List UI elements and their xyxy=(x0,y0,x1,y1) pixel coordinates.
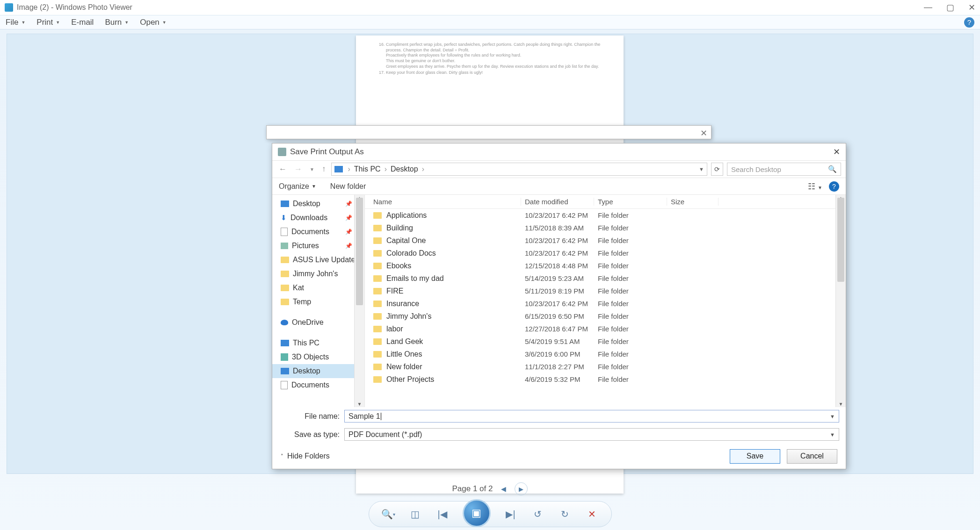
file-row[interactable]: Capital One10/23/2017 6:42 PMFile folder xyxy=(365,234,846,247)
tree-item[interactable]: Temp xyxy=(272,295,364,309)
folder-icon xyxy=(373,288,382,294)
scroll-thumb[interactable] xyxy=(837,198,844,282)
file-row[interactable]: Emails to my dad5/14/2019 5:23 AMFile fo… xyxy=(365,272,846,285)
file-row[interactable]: Other Projects4/6/2019 5:32 PMFile folde… xyxy=(365,373,846,386)
breadcrumb-this-pc[interactable]: This PC xyxy=(354,165,381,173)
rotate-right-button[interactable]: ↻ xyxy=(558,507,572,521)
dialog-titlebar: Save Print Output As ✕ xyxy=(272,143,846,160)
slideshow-button[interactable]: ▣ xyxy=(463,499,491,527)
menu-burn[interactable]: Burn▼ xyxy=(105,18,129,27)
breadcrumb[interactable]: › This PC › Desktop › ▼ xyxy=(331,163,707,176)
file-scrollbar[interactable]: ▲ ▼ xyxy=(835,195,846,407)
tree-item[interactable]: Jimmy John's xyxy=(272,267,364,281)
folder-icon xyxy=(373,351,382,358)
help-icon[interactable]: ? xyxy=(964,17,974,28)
file-row[interactable]: Building11/5/2018 8:39 AMFile folder xyxy=(365,222,846,234)
prev-page-button[interactable]: ◀ xyxy=(501,485,506,493)
chevron-down-icon[interactable]: ▼ xyxy=(830,432,835,437)
help-icon[interactable]: ? xyxy=(829,181,839,192)
app-icon xyxy=(5,3,13,12)
next-image-button[interactable]: ▶| xyxy=(504,507,518,521)
file-row[interactable]: New folder11/1/2018 2:27 PMFile folder xyxy=(365,360,846,373)
nav-back-button[interactable]: ← xyxy=(277,165,289,174)
file-row[interactable]: Colorado Docs10/23/2017 6:42 PMFile fold… xyxy=(365,247,846,259)
tree-item[interactable]: ⬇Downloads📌 xyxy=(272,211,364,225)
tree-item[interactable]: OneDrive xyxy=(272,315,364,329)
next-page-button[interactable]: ▶ xyxy=(515,482,528,495)
scroll-thumb[interactable] xyxy=(356,198,363,305)
dialog-title: Save Print Output As xyxy=(290,147,364,157)
nav-forward-button[interactable]: → xyxy=(292,165,304,174)
file-list: Name Date modified Type Size Application… xyxy=(365,195,846,407)
menu-print[interactable]: Print▼ xyxy=(36,18,60,27)
chevron-down-icon: ▼ xyxy=(56,20,60,25)
close-icon[interactable]: ✕ xyxy=(700,128,707,138)
window-title: Image (2) - Windows Photo Viewer xyxy=(17,3,132,12)
file-row[interactable]: Little Ones3/6/2019 6:00 PMFile folder xyxy=(365,348,846,360)
scroll-down-icon[interactable]: ▼ xyxy=(355,401,364,407)
tree-item[interactable]: This PC xyxy=(272,336,364,350)
menu-open[interactable]: Open▼ xyxy=(140,18,167,27)
organize-button[interactable]: Organize▼ xyxy=(279,182,316,191)
file-list-header[interactable]: Name Date modified Type Size xyxy=(365,195,846,209)
menu-email[interactable]: E-mail xyxy=(71,18,94,27)
file-row[interactable]: Applications10/23/2017 6:42 PMFile folde… xyxy=(365,209,846,222)
delete-button[interactable]: ✕ xyxy=(585,507,599,521)
folder-icon xyxy=(373,376,382,383)
window-titlebar: Image (2) - Windows Photo Viewer — ▢ ✕ xyxy=(0,0,980,15)
file-row[interactable]: FIRE5/11/2019 8:19 PMFile folder xyxy=(365,285,846,297)
view-options-button[interactable]: ☷ ▼ xyxy=(808,181,822,192)
search-placeholder: Search Desktop xyxy=(731,165,781,173)
filename-label: File name: xyxy=(279,412,344,421)
hide-folders-toggle[interactable]: ˄ Hide Folders xyxy=(281,452,330,460)
tree-item[interactable]: Desktop xyxy=(272,364,364,378)
column-size[interactable]: Size xyxy=(667,198,719,206)
chevron-down-icon[interactable]: ▼ xyxy=(699,166,704,172)
menu-bar: File▼ Print▼ E-mail Burn▼ Open▼ ? xyxy=(0,15,980,29)
savetype-select[interactable]: PDF Document (*.pdf) ▼ xyxy=(344,428,839,441)
file-row[interactable]: Jimmy John's6/15/2019 6:50 PMFile folder xyxy=(365,310,846,322)
tree-item[interactable]: Desktop📌 xyxy=(272,197,364,211)
tree-item[interactable]: Pictures📌 xyxy=(272,239,364,253)
file-row[interactable]: Land Geek5/4/2019 9:51 AMFile folder xyxy=(365,335,846,348)
filename-input[interactable]: Sample 1 ▼ xyxy=(344,410,839,423)
breadcrumb-desktop[interactable]: Desktop xyxy=(391,165,418,173)
file-row[interactable]: labor12/27/2018 6:47 PMFile folder xyxy=(365,322,846,335)
scroll-down-icon[interactable]: ▼ xyxy=(836,401,846,407)
prev-image-button[interactable]: |◀ xyxy=(436,507,450,521)
file-row[interactable]: Ebooks12/15/2018 4:48 PMFile folder xyxy=(365,259,846,272)
folder-icon xyxy=(373,237,382,244)
folder-icon xyxy=(373,225,382,231)
column-name[interactable]: Name xyxy=(365,198,521,206)
tree-item[interactable]: ASUS Live Update xyxy=(272,253,364,267)
rotate-left-button[interactable]: ↺ xyxy=(531,507,545,521)
minimize-button[interactable]: — xyxy=(924,2,932,13)
nav-history-dropdown[interactable]: ▼ xyxy=(308,167,316,172)
maximize-button[interactable]: ▢ xyxy=(946,2,954,13)
folder-icon xyxy=(373,212,382,219)
refresh-button[interactable]: ⟳ xyxy=(711,163,723,176)
chevron-down-icon: ▼ xyxy=(21,20,25,25)
tree-item[interactable]: Documents📌 xyxy=(272,225,364,239)
save-button[interactable]: Save xyxy=(730,449,780,464)
dialog-close-button[interactable]: ✕ xyxy=(833,147,840,157)
tree-item[interactable]: Kat xyxy=(272,281,364,295)
zoom-button[interactable]: 🔍▾ xyxy=(381,507,395,521)
chevron-down-icon[interactable]: ▼ xyxy=(830,414,835,419)
search-input[interactable]: Search Desktop 🔍 xyxy=(727,163,841,176)
tree-item[interactable]: Documents xyxy=(272,378,364,392)
column-date[interactable]: Date modified xyxy=(521,198,594,206)
folder-icon xyxy=(373,364,382,370)
menu-file[interactable]: File▼ xyxy=(6,18,25,27)
tree-scrollbar[interactable]: ▲ ▼ xyxy=(354,195,364,407)
tree-item[interactable]: 3D Objects xyxy=(272,350,364,364)
chevron-down-icon: ▼ xyxy=(312,184,316,189)
close-button[interactable]: ✕ xyxy=(968,2,975,13)
nav-up-button[interactable]: ↑ xyxy=(320,165,328,174)
file-row[interactable]: Insurance10/23/2017 6:42 PMFile folder xyxy=(365,297,846,310)
new-folder-button[interactable]: New folder xyxy=(330,182,366,191)
fit-button[interactable]: ◫ xyxy=(408,507,422,521)
print-dialog-backdrop: ✕ xyxy=(266,125,711,139)
column-type[interactable]: Type xyxy=(594,198,667,206)
cancel-button[interactable]: Cancel xyxy=(787,449,837,464)
